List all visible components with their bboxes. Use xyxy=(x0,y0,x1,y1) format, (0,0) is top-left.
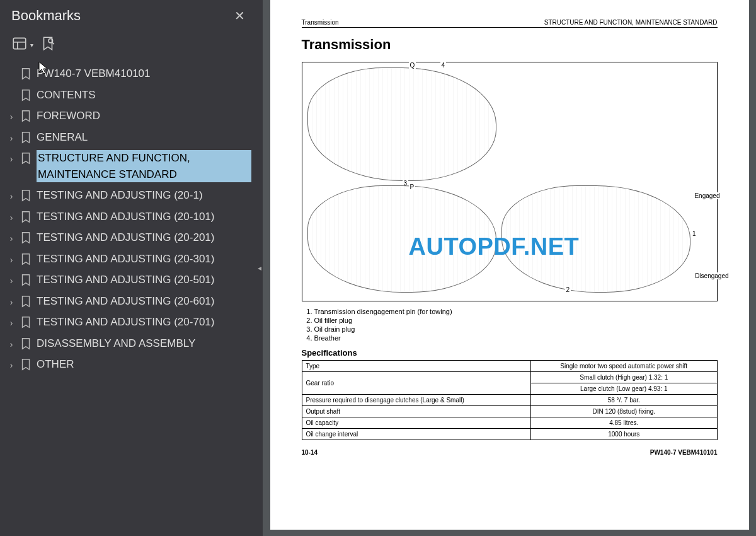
specifications-table: Type Single motor two speed automatic po… xyxy=(302,360,718,440)
bookmark-item[interactable]: ›TESTING AND ADJUSTING (20-301) xyxy=(5,248,256,270)
diagram-label-4: 4 xyxy=(440,62,447,69)
diagram-label-engaged: Engaged xyxy=(693,192,721,199)
legend-item: Oil drain plug xyxy=(314,325,718,333)
bookmark-icon xyxy=(19,151,33,165)
chevron-right-icon[interactable]: › xyxy=(6,190,16,203)
footer-doc-id: PW140-7 VEBM410101 xyxy=(650,449,718,456)
bookmark-icon xyxy=(19,88,33,102)
bookmark-item[interactable]: ›STRUCTURE AND FUNCTION, MAINTENANCE STA… xyxy=(5,148,256,185)
bookmark-label: PW140-7 VEBM410101 xyxy=(37,66,251,82)
diagram-label-p: P xyxy=(409,184,416,190)
spec-label: Pressure required to disengage clutches … xyxy=(302,395,531,406)
bookmark-label: TESTING AND ADJUSTING (20-1) xyxy=(37,187,251,204)
bookmark-label: DISASSEMBLY AND ASSEMBLY xyxy=(37,335,251,352)
document-viewport[interactable]: Transmission STRUCTURE AND FUNCTION, MAI… xyxy=(263,0,756,536)
chevron-right-icon[interactable]: › xyxy=(6,274,16,288)
specifications-heading: Specifications xyxy=(302,348,718,358)
diagram-label-1: 1 xyxy=(691,230,697,237)
bookmark-label: TESTING AND ADJUSTING (20-701) xyxy=(37,314,251,330)
spec-label: Type xyxy=(302,361,531,372)
find-bookmark-icon[interactable] xyxy=(40,35,56,54)
bookmark-icon xyxy=(19,294,33,308)
spec-label: Output shaft xyxy=(302,406,531,417)
close-icon[interactable]: ✕ xyxy=(234,8,245,23)
chevron-right-icon[interactable]: › xyxy=(6,110,16,124)
chevron-right-icon[interactable]: › xyxy=(6,296,16,309)
bookmark-item[interactable]: ›OTHER xyxy=(5,354,256,375)
bookmark-item[interactable]: ›TESTING AND ADJUSTING (20-501) xyxy=(5,269,256,291)
bookmark-label: TESTING AND ADJUSTING (20-301) xyxy=(37,251,251,267)
diagram-legend: Transmission disengagement pin (for towi… xyxy=(314,308,718,342)
chevron-right-icon[interactable]: › xyxy=(6,338,16,351)
bookmark-list: PW140-7 VEBM410101CONTENTS›FOREWORD›GENE… xyxy=(0,63,256,375)
document-page: Transmission STRUCTURE AND FUNCTION, MAI… xyxy=(270,0,749,530)
bookmark-icon xyxy=(19,189,33,202)
table-row: Pressure required to disengage clutches … xyxy=(302,395,717,406)
spec-value: 1000 hours xyxy=(531,429,717,440)
sidebar-splitter[interactable]: ◂ xyxy=(256,0,263,536)
spec-label: Oil capacity xyxy=(302,417,531,429)
bookmark-icon xyxy=(19,67,33,81)
chevron-right-icon[interactable]: › xyxy=(6,153,16,166)
bookmark-label: GENERAL xyxy=(37,129,251,146)
bookmark-icon xyxy=(19,358,33,371)
bookmark-icon xyxy=(19,231,33,245)
bookmark-icon xyxy=(19,109,33,123)
bookmark-item[interactable]: ›TESTING AND ADJUSTING (20-701) xyxy=(5,312,256,333)
bookmark-item[interactable]: ›DISASSEMBLY AND ASSEMBLY xyxy=(5,333,256,354)
diagram-top-view: Q 4 3 xyxy=(307,67,496,181)
bookmark-label: STRUCTURE AND FUNCTION, MAINTENANCE STAN… xyxy=(37,150,251,182)
bookmark-item[interactable]: ›TESTING AND ADJUSTING (20-101) xyxy=(5,206,256,228)
bookmark-icon xyxy=(19,337,33,351)
page-footer: 10-14 PW140-7 VEBM410101 xyxy=(302,449,718,456)
chevron-right-icon[interactable]: › xyxy=(6,132,16,145)
bookmarks-sidebar: Bookmarks ✕ ▾ PW140-7 VEBM410101CONTENTS… xyxy=(0,0,256,536)
bookmark-label: TESTING AND ADJUSTING (20-601) xyxy=(37,293,251,310)
legend-item: Breather xyxy=(314,334,718,342)
bookmark-item[interactable]: ›FOREWORD xyxy=(5,105,256,127)
bookmark-icon xyxy=(19,273,33,287)
sidebar-toolbar: ▾ xyxy=(0,29,256,63)
bookmark-item[interactable]: ›GENERAL xyxy=(5,127,256,148)
bookmark-item[interactable]: CONTENTS xyxy=(5,84,256,106)
header-left: Transmission xyxy=(302,19,339,26)
table-row: Oil capacity 4.85 litres. xyxy=(302,417,717,429)
chevron-right-icon[interactable]: › xyxy=(6,232,16,245)
bookmark-label: FOREWORD xyxy=(37,108,251,124)
outline-dropdown-icon[interactable]: ▾ xyxy=(30,42,33,49)
legend-item: Transmission disengagement pin (for towi… xyxy=(314,308,718,315)
spec-value: 58 °/. 7 bar. xyxy=(531,395,717,406)
bookmark-label: TESTING AND ADJUSTING (20-101) xyxy=(37,209,251,225)
footer-page-number: 10-14 xyxy=(302,449,318,456)
bookmark-icon xyxy=(19,315,33,329)
table-row: Output shaft DIN 120 (8stud) fixing. xyxy=(302,406,717,417)
spec-label: Gear ratio xyxy=(302,372,531,395)
spec-value: 4.85 litres. xyxy=(531,417,717,429)
spec-value: Single motor two speed automatic power s… xyxy=(531,361,717,372)
diagram-label-disengaged: Disengaged xyxy=(694,272,730,279)
diagram-bottom-left-view: P xyxy=(307,185,496,293)
splitter-handle-icon[interactable]: ◂ xyxy=(257,259,262,277)
bookmark-item[interactable]: ›TESTING AND ADJUSTING (20-601) xyxy=(5,291,256,312)
sidebar-header: Bookmarks ✕ xyxy=(0,0,256,29)
bookmark-label: TESTING AND ADJUSTING (20-501) xyxy=(37,272,251,288)
bookmark-label: CONTENTS xyxy=(37,87,251,103)
spec-value: DIN 120 (8stud) fixing. xyxy=(531,406,717,417)
outline-view-icon[interactable] xyxy=(11,35,28,54)
spec-label: Oil change interval xyxy=(302,429,531,440)
page-title: Transmission xyxy=(302,37,718,53)
chevron-right-icon[interactable]: › xyxy=(6,253,16,267)
mouse-cursor-icon xyxy=(38,61,50,78)
bookmark-item[interactable]: ›TESTING AND ADJUSTING (20-1) xyxy=(5,185,256,206)
bookmark-icon xyxy=(19,131,33,144)
chevron-right-icon[interactable]: › xyxy=(6,211,16,224)
transmission-diagram: Q 4 3 P Engaged 1 Disengaged 2 xyxy=(302,62,718,301)
bookmark-label: TESTING AND ADJUSTING (20-201) xyxy=(37,230,251,246)
chevron-right-icon[interactable]: › xyxy=(6,317,16,330)
page-header: Transmission STRUCTURE AND FUNCTION, MAI… xyxy=(302,19,718,28)
table-row: Type Single motor two speed automatic po… xyxy=(302,361,717,372)
chevron-right-icon[interactable]: › xyxy=(6,359,16,372)
legend-item: Oil filler plug xyxy=(314,317,718,324)
table-row: Oil change interval 1000 hours xyxy=(302,429,717,440)
bookmark-item[interactable]: ›TESTING AND ADJUSTING (20-201) xyxy=(5,227,256,248)
